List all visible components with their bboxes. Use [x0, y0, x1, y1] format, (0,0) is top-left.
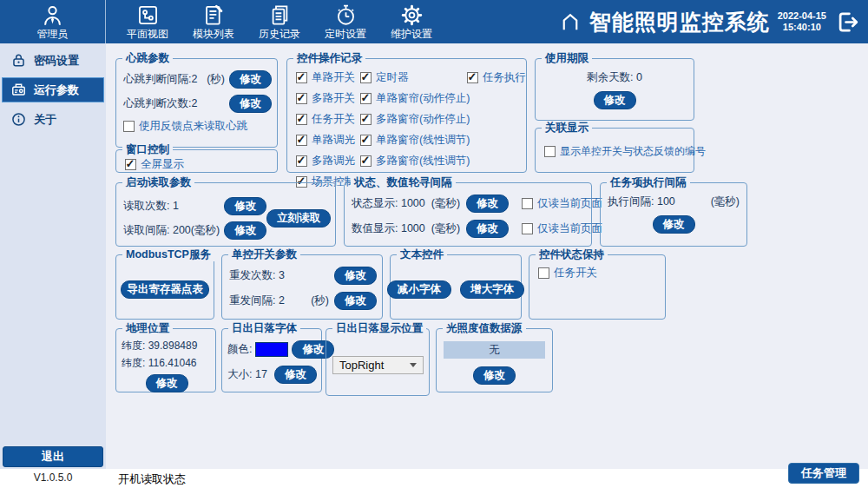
- read-count-modify-button[interactable]: 修改: [224, 197, 266, 215]
- checkbox[interactable]: [538, 267, 549, 279]
- font-color-label: 颜色:: [227, 342, 252, 357]
- stopwatch-icon: [334, 3, 358, 27]
- nav-history[interactable]: 历史记录: [247, 0, 312, 43]
- nav-timer-settings[interactable]: 定时设置: [312, 0, 378, 43]
- chevron-down-icon: [410, 363, 417, 367]
- checkbox-task-switch[interactable]: 任务开关: [296, 112, 355, 127]
- group-title: 使用期限: [542, 51, 592, 65]
- group-single-switch-params: 单控开关参数 重发次数: 3 修改 重发间隔: 2 (秒) 修改: [221, 254, 383, 320]
- checkbox-multi-switch[interactable]: 多路开关: [296, 91, 355, 106]
- checkbox[interactable]: [360, 135, 372, 146]
- longitude-label: 纬度: 116.41046: [122, 356, 212, 371]
- nav-label: 维护设置: [391, 29, 432, 40]
- read-count-label: 读取次数: 1: [123, 199, 179, 214]
- checkbox[interactable]: [125, 159, 136, 170]
- status-current-page-checkbox[interactable]: 仅读当前页面: [522, 196, 602, 211]
- plan-view-icon: [136, 3, 160, 27]
- checkbox[interactable]: [467, 72, 478, 83]
- group-usage-period: 使用期限 剩余天数: 0 修改: [535, 58, 694, 121]
- geo-modify-button[interactable]: 修改: [146, 374, 188, 392]
- checkbox-timer[interactable]: 定时器: [360, 70, 470, 85]
- feedback-heartbeat-checkbox[interactable]: 使用反馈点来读取心跳: [123, 119, 272, 134]
- sidebar-item-about[interactable]: 关于: [2, 107, 104, 132]
- checkbox[interactable]: [296, 135, 307, 146]
- checkbox-multi-curtain-stop[interactable]: 多路窗帘(动作停止): [360, 112, 470, 127]
- group-link-display: 关联显示 显示单控开关与状态反馈的编号: [535, 128, 694, 173]
- checkbox[interactable]: [522, 198, 533, 209]
- footer-bar: V1.0.5.0 开机读取状态: [0, 469, 868, 488]
- sidebar-item-run-params[interactable]: 运行参数: [2, 77, 104, 102]
- heartbeat-interval-modify-button[interactable]: 修改: [229, 70, 272, 89]
- sidebar-item-label: 关于: [34, 112, 56, 128]
- group-title: 日出日落字体: [228, 321, 300, 335]
- resend-interval-label: 重发间隔: 2: [229, 293, 285, 308]
- params-icon: [10, 82, 27, 98]
- checkbox-multi-curtain-linear[interactable]: 多路窗帘(线性调节): [360, 154, 470, 168]
- group-title: 任务项执行间隔: [607, 175, 690, 189]
- group-title: 心跳参数: [122, 51, 173, 65]
- sunrise-position-select[interactable]: TopRight: [332, 356, 424, 374]
- checkbox[interactable]: [296, 72, 307, 83]
- exec-interval-modify-button[interactable]: 修改: [653, 215, 695, 234]
- show-switch-feedback-id-checkbox[interactable]: 显示单控开关与状态反馈的编号: [544, 144, 694, 159]
- sidebar-item-label: 运行参数: [34, 82, 79, 98]
- font-color-swatch[interactable]: [255, 342, 288, 357]
- resend-interval-modify-button[interactable]: 修改: [334, 292, 377, 310]
- group-title: 地理位置: [122, 321, 173, 335]
- checkbox-single-curtain-linear[interactable]: 单路窗帘(线性调节): [360, 133, 470, 148]
- resend-count-modify-button[interactable]: 修改: [334, 267, 377, 285]
- checkbox[interactable]: [360, 114, 372, 125]
- date-text: 2022-04-15: [778, 10, 826, 21]
- status-text: 开机读取状态: [118, 472, 186, 487]
- checkbox[interactable]: [544, 146, 556, 157]
- task-manage-button[interactable]: 任务管理: [788, 463, 859, 484]
- info-icon: [10, 111, 27, 128]
- checkbox[interactable]: [360, 72, 372, 83]
- checkbox-single-dimming[interactable]: 单路调光: [296, 133, 355, 148]
- admin-block[interactable]: 管理员: [0, 0, 106, 43]
- checkbox-multi-dimming[interactable]: 多路调光: [296, 154, 355, 168]
- read-interval-label: 读取间隔: 200: [123, 223, 191, 238]
- time-text: 15:40:10: [783, 22, 821, 32]
- group-title: 窗口控制: [122, 142, 173, 156]
- value-current-page-checkbox[interactable]: 仅读当前页面: [522, 221, 602, 236]
- group-title: 单控开关参数: [228, 247, 300, 261]
- nav-module-list[interactable]: 模块列表: [181, 0, 247, 43]
- font-size-label: 大小: 17: [227, 367, 267, 382]
- checkbox[interactable]: [522, 223, 533, 234]
- checkbox-single-curtain-stop[interactable]: 单路窗帘(动作停止): [360, 91, 470, 106]
- usage-period-modify-button[interactable]: 修改: [594, 91, 636, 109]
- sidebar-item-password-settings[interactable]: 密码设置: [2, 48, 104, 73]
- read-interval-unit: (毫秒): [191, 223, 220, 238]
- checkbox-single-switch[interactable]: 单路开关: [296, 70, 355, 85]
- history-icon: [268, 3, 292, 27]
- read-now-button[interactable]: 立刻读取: [266, 209, 331, 228]
- font-size-modify-button[interactable]: 修改: [274, 366, 317, 384]
- resend-interval-unit: (秒): [311, 293, 329, 308]
- exec-interval-unit: (毫秒): [711, 195, 740, 209]
- checkbox[interactable]: [296, 93, 307, 104]
- checkbox[interactable]: [123, 121, 135, 132]
- logout-icon[interactable]: [834, 9, 861, 36]
- fullscreen-checkbox[interactable]: 全屏显示: [125, 157, 277, 172]
- checkbox-task-execution[interactable]: 任务执行: [467, 70, 526, 85]
- heartbeat-count-modify-button[interactable]: 修改: [229, 95, 272, 113]
- status-polling-modify-button[interactable]: 修改: [466, 195, 509, 213]
- nav-maintenance-settings[interactable]: 维护设置: [378, 0, 444, 43]
- decrease-font-button[interactable]: 减小字体: [387, 280, 451, 299]
- export-register-table-button[interactable]: 导出寄存器点表: [121, 280, 209, 299]
- increase-font-button[interactable]: 增大字体: [460, 280, 524, 299]
- read-interval-modify-button[interactable]: 修改: [224, 221, 266, 240]
- heartbeat-interval-label: 心跳判断间隔:2: [123, 72, 197, 87]
- value-polling-modify-button[interactable]: 修改: [466, 220, 509, 238]
- checkbox[interactable]: [296, 155, 307, 167]
- nav-plan-view[interactable]: 平面视图: [115, 0, 181, 43]
- version-text: V1.0.5.0: [0, 472, 106, 484]
- task-switch-keep-checkbox[interactable]: 任务开关: [538, 266, 665, 280]
- checkbox[interactable]: [360, 93, 372, 104]
- exit-button[interactable]: 退出: [3, 446, 103, 467]
- checkbox[interactable]: [296, 114, 307, 125]
- checkbox[interactable]: [360, 155, 372, 167]
- group-sunrise-font: 日出日落字体 颜色: 修改 大小: 17 修改: [221, 328, 322, 392]
- lux-source-modify-button[interactable]: 修改: [473, 366, 516, 385]
